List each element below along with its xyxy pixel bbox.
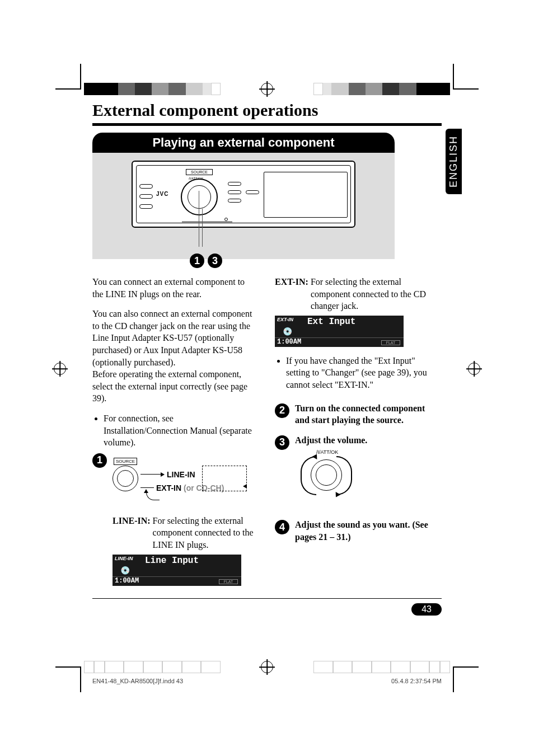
linein-definition: For selecting the external component con… — [153, 515, 255, 551]
linein-term: LINE-IN: — [113, 515, 151, 551]
intro-para-1: You can connect an external component to… — [92, 276, 255, 300]
registration-mark-icon — [261, 83, 273, 95]
linein-route-label: LINE-IN — [167, 470, 195, 479]
step-4-text: Adjust the sound as you want. (See pages… — [295, 520, 428, 542]
lcd-linein-screenshot: LINE-IN Line Input 💿 1:00AM FLAT — [113, 555, 241, 586]
lcd-eq-badge: FLAT — [219, 579, 238, 584]
footer-rule — [92, 598, 442, 599]
color-bar — [313, 83, 450, 95]
print-timestamp: 05.4.8 2:37:54 PM — [391, 678, 442, 684]
connection-note: For connection, see Installation/Connect… — [104, 412, 255, 449]
lcd-time: 1:00AM — [115, 577, 139, 585]
jvc-logo: JVC — [156, 191, 168, 197]
print-file-name: EN41-48_KD-AR8500[J]f.indd 43 — [92, 678, 183, 684]
display-screen-icon — [264, 172, 348, 218]
registration-mark-icon — [54, 363, 66, 375]
callout-1-icon: 1 — [190, 253, 204, 268]
source-button-label: SOURCE — [186, 169, 213, 175]
rotary-dial-icon — [181, 179, 218, 215]
lcd-extin-screenshot: EXT-IN Ext Input 💿 1:00AM FLAT — [275, 316, 404, 347]
page-number: 43 — [411, 603, 442, 616]
faceplate-illustration: JVC SOURCE /I/ATT/OK — [132, 161, 355, 228]
disc-icon: 💿 — [283, 327, 294, 335]
color-bar — [313, 661, 450, 673]
title-rule — [92, 123, 442, 126]
volume-knob-label: /I/ATT/OK — [316, 449, 338, 455]
disc-icon: 💿 — [120, 566, 132, 574]
extin-definition: For selecting the external component con… — [311, 276, 437, 312]
registration-mark-icon — [261, 661, 273, 673]
step-3-text: Adjust the volume. — [295, 435, 367, 445]
intro-para-2: You can also connect an external compone… — [92, 308, 255, 368]
extin-term: EXT-IN: — [275, 276, 308, 312]
step-3-icon: 3 — [275, 435, 289, 450]
language-tab: ENGLISH — [446, 129, 462, 194]
source-label: SOURCE — [114, 458, 137, 465]
registration-mark-icon — [468, 363, 480, 375]
source-selection-diagram: SOURCE LINE-IN EXT-IN (or CD-CH) — [113, 458, 247, 501]
lcd-time: 1:00AM — [277, 338, 301, 346]
rotary-dial-icon — [113, 466, 138, 491]
volume-adjust-diagram: /I/ATT/OK — [295, 449, 357, 505]
step-2-icon: 2 — [275, 403, 289, 418]
step-1-icon: 1 — [92, 453, 107, 468]
lcd-input-text: Line Input — [145, 556, 199, 566]
faceplate-diagram: JVC SOURCE /I/ATT/OK 1 3 — [92, 153, 395, 259]
lcd-source-label: EXT-IN — [277, 317, 293, 322]
color-bar — [84, 661, 221, 673]
step-4-icon: 4 — [275, 520, 289, 534]
intro-para-3: Before operating the external component,… — [92, 368, 255, 405]
lcd-input-text: Ext Input — [307, 317, 355, 327]
page-title: External component operations — [92, 101, 442, 120]
extin-note: If you have changed the "Ext Input" sett… — [286, 355, 437, 391]
section-heading: Playing an external component — [92, 133, 395, 153]
lcd-source-label: LINE-IN — [115, 556, 133, 561]
color-bar — [84, 83, 221, 95]
callout-3-icon: 3 — [208, 253, 222, 268]
lcd-eq-badge: FLAT — [381, 340, 400, 345]
step-2-text: Turn on the connected component and star… — [295, 403, 425, 425]
